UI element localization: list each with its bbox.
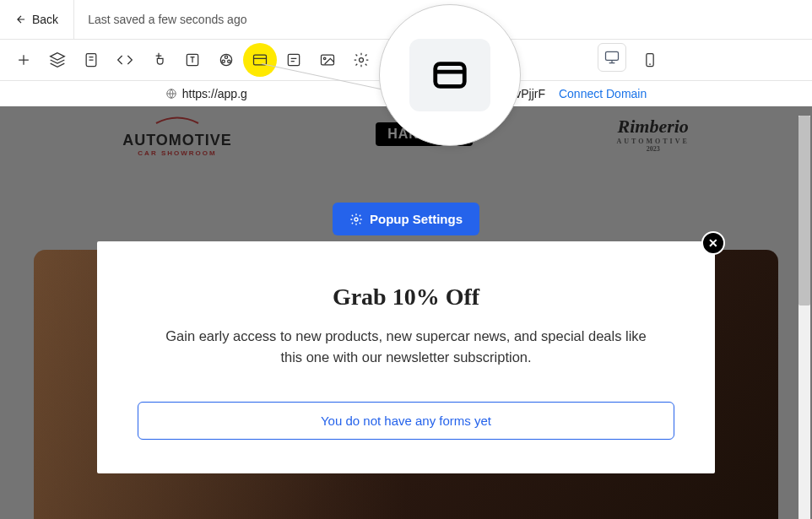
close-button[interactable]: ✕ [701,231,725,255]
magnified-popup-button [409,39,490,111]
gear-icon [349,213,363,226]
code-button[interactable] [108,43,142,77]
svg-point-3 [225,56,227,58]
layers-icon [49,51,66,68]
code-icon [116,51,133,68]
svg-point-5 [228,60,230,62]
connect-domain-link[interactable]: Connect Domain [559,87,647,100]
layers-button[interactable] [41,43,74,77]
save-status: Last saved a few seconds ago [74,13,260,26]
image-icon [319,51,336,68]
form-button[interactable] [277,43,311,77]
back-label: Back [32,13,58,26]
desktop-icon [604,49,620,66]
modal-description: Gain early access to new products, new s… [138,326,674,368]
svg-point-9 [323,57,326,60]
svg-point-15 [355,218,358,221]
brush-icon [150,51,167,68]
popup-settings-label: Popup Settings [370,212,463,226]
scrollbar[interactable] [798,116,810,519]
window-icon [430,56,469,95]
page-button[interactable] [74,43,108,77]
brush-button[interactable] [142,43,176,77]
back-button[interactable]: Back [0,0,74,39]
popup-modal: ✕ Grab 10% Off Gain early access to new … [97,241,715,473]
url-prefix: https://app.g [182,87,247,100]
scrollbar-thumb[interactable] [798,116,810,305]
svg-rect-7 [288,54,299,65]
svg-point-10 [360,58,364,62]
modal-title: Grab 10% Off [138,284,674,311]
color-icon [218,51,235,68]
image-button[interactable] [311,43,344,77]
svg-rect-11 [606,51,619,60]
settings-button[interactable] [344,43,378,77]
gear-icon [353,51,370,68]
desktop-view-button[interactable] [598,43,626,72]
color-button[interactable] [209,43,243,77]
arrow-left-icon [15,14,27,25]
text-button[interactable] [176,43,209,77]
add-button[interactable] [7,43,41,77]
form-icon [285,51,302,68]
mobile-icon [641,51,658,68]
mobile-view-button[interactable] [633,43,667,77]
device-switcher [598,43,667,77]
magnifier-callout [379,4,521,146]
forms-placeholder-button[interactable]: You do not have any forms yet [138,402,674,440]
svg-rect-14 [436,64,465,87]
page-icon [83,51,100,68]
window-icon [252,51,268,68]
globe-icon [165,88,177,100]
plus-icon [15,51,32,68]
popup-settings-button[interactable]: Popup Settings [333,203,479,235]
popup-tool-button[interactable] [243,43,277,77]
text-icon [184,51,201,68]
close-icon: ✕ [708,236,718,250]
svg-point-4 [222,60,225,62]
canvas: AUTOMOTIVE CAR SHOWROOM HANOVER Rimberio… [0,106,812,519]
